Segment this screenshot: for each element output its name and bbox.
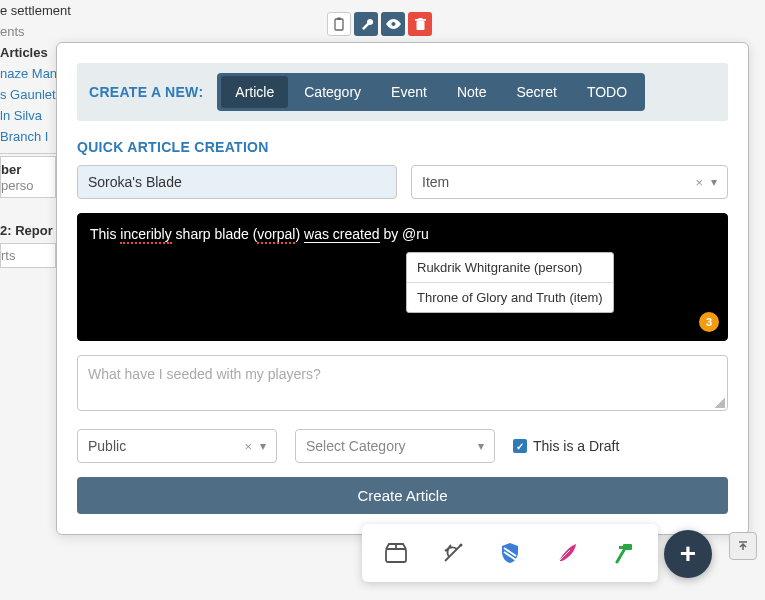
add-fab[interactable]: + <box>664 530 712 578</box>
spell-error: inceribly <box>120 226 171 244</box>
clipboard-icon[interactable] <box>327 12 351 36</box>
chevron-down-icon: ▾ <box>260 439 266 453</box>
crossbow-icon[interactable] <box>439 539 467 567</box>
seed-placeholder: What have I seeded with my players? <box>88 366 321 382</box>
svg-rect-3 <box>416 21 424 30</box>
clear-icon[interactable]: × <box>244 439 252 454</box>
visibility-select[interactable]: Public × ▾ <box>77 429 277 463</box>
seed-textarea[interactable]: What have I seeded with my players? <box>77 355 728 411</box>
svg-line-12 <box>617 550 624 562</box>
category-placeholder: Select Category <box>306 438 406 454</box>
editor-badge: 3 <box>699 312 719 332</box>
tab-note[interactable]: Note <box>443 76 501 108</box>
bg-link[interactable]: naze Man <box>0 63 56 84</box>
draft-checkbox[interactable]: This is a Draft <box>513 438 619 454</box>
draft-label: This is a Draft <box>533 438 619 454</box>
resize-handle[interactable] <box>715 398 725 408</box>
svg-rect-0 <box>335 19 343 30</box>
shield-icon[interactable] <box>496 539 524 567</box>
tab-event[interactable]: Event <box>377 76 441 108</box>
svg-rect-6 <box>386 549 406 562</box>
tab-article[interactable]: Article <box>221 76 288 108</box>
template-select[interactable]: Item × ▾ <box>411 165 728 199</box>
checkbox-icon <box>513 439 527 453</box>
spell-error: vorpal <box>257 226 295 244</box>
clear-icon[interactable]: × <box>695 175 703 190</box>
tab-secret[interactable]: Secret <box>502 76 570 108</box>
quill-icon[interactable] <box>553 539 581 567</box>
bg-sidebar: e settlement ents Articles naze Man s Ga… <box>0 0 56 268</box>
context-toolbar <box>327 12 432 36</box>
svg-rect-5 <box>418 18 422 20</box>
visibility-value: Public <box>88 438 126 454</box>
trash-icon[interactable] <box>408 12 432 36</box>
bg-text: 2: Repor <box>0 220 56 241</box>
category-select[interactable]: Select Category ▾ <box>295 429 495 463</box>
svg-point-2 <box>391 22 395 26</box>
svg-rect-11 <box>619 546 624 549</box>
section-label: QUICK ARTICLE CREATION <box>77 139 728 155</box>
tab-category[interactable]: Category <box>290 76 375 108</box>
quick-create-modal: CREATE A NEW: Article Category Event Not… <box>56 42 749 535</box>
chevron-down-icon: ▾ <box>711 175 717 189</box>
mention-item[interactable]: Rukdrik Whitgranite (person) <box>407 253 613 282</box>
tab-todo[interactable]: TODO <box>573 76 641 108</box>
chevron-down-icon: ▾ <box>478 439 484 453</box>
svg-rect-1 <box>337 18 341 21</box>
mention-suggestions: Rukdrik Whitgranite (person) Throne of G… <box>406 252 614 313</box>
create-label: CREATE A NEW: <box>89 84 203 100</box>
wrench-icon[interactable] <box>354 12 378 36</box>
quick-tools-bar <box>362 524 658 582</box>
template-value: Item <box>422 174 449 190</box>
create-tabs: Article Category Event Note Secret TODO <box>217 73 645 111</box>
bg-text: ents <box>0 21 56 42</box>
arrow-up-icon <box>737 540 749 552</box>
bg-link[interactable]: Branch I <box>0 126 56 147</box>
content-editor[interactable]: This inceribly sharp blade (vorpal) was … <box>77 213 728 341</box>
svg-point-8 <box>460 544 463 547</box>
title-input[interactable]: Soroka's Blade <box>77 165 397 199</box>
scroll-top-button[interactable] <box>729 532 757 560</box>
bg-text: e settlement <box>0 0 56 21</box>
child-articles-heading: Articles <box>0 42 56 63</box>
editor-text: This inceribly sharp blade (vorpal) was … <box>90 226 429 244</box>
plus-icon: + <box>680 538 696 570</box>
bg-text: rts <box>0 243 56 268</box>
bg-link[interactable]: ln Silva <box>0 105 56 126</box>
mention-item[interactable]: Throne of Glory and Truth (item) <box>407 282 613 312</box>
editor-link[interactable]: was created <box>304 226 379 243</box>
box-icon[interactable] <box>382 539 410 567</box>
bg-text: perso <box>1 175 34 196</box>
bg-link[interactable]: s Gaunlet <box>0 84 56 105</box>
create-article-button[interactable]: Create Article <box>77 477 728 514</box>
eye-icon[interactable] <box>381 12 405 36</box>
create-type-bar: CREATE A NEW: Article Category Event Not… <box>77 63 728 121</box>
title-value: Soroka's Blade <box>88 174 182 190</box>
hammer-icon[interactable] <box>610 539 638 567</box>
